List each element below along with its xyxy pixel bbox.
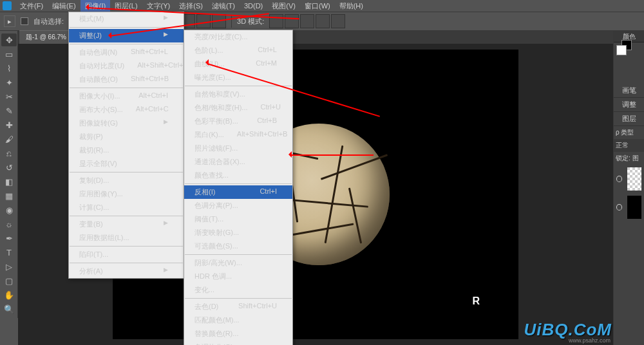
rgb-badge: R	[468, 294, 484, 308]
mode3d-icon[interactable]	[316, 14, 330, 28]
menu-item-calculations[interactable]: 计算(C)...	[69, 201, 184, 214]
mode3d-icon[interactable]	[300, 14, 314, 28]
eraser-tool[interactable]: ◧	[1, 175, 17, 188]
move-tool[interactable]: ✥	[1, 33, 17, 46]
pen-tool[interactable]: ✒	[1, 232, 17, 245]
annotation-arrow-icon	[82, 4, 89, 10]
annotation-arrow-icon	[105, 32, 111, 39]
menu-item-bw[interactable]: 黑白(K)...Alt+Shift+Ctrl+B	[184, 128, 292, 142]
menu-item-hdr[interactable]: HDR 色调...	[184, 270, 292, 283]
menu-item-channel-mixer[interactable]: 通道混合器(X)...	[184, 155, 292, 169]
menu-item-color-balance[interactable]: 色彩平衡(B)...Ctrl+B	[184, 115, 292, 128]
path-tool[interactable]: ▷	[1, 260, 17, 273]
menu-item-equalize[interactable]: 色调均化(Q)	[184, 340, 292, 345]
menu-item-trim[interactable]: 裁切(R)...	[69, 144, 184, 157]
menu-item-replace-color[interactable]: 替换颜色(R)...	[184, 327, 292, 340]
watermark-sub: www.psahz.com	[569, 337, 611, 344]
menu-edit[interactable]: 编辑(E)	[48, 0, 80, 12]
menu-item-threshold[interactable]: 阈值(T)...	[184, 212, 292, 226]
panel-tab-brush[interactable]: 画笔	[614, 84, 644, 98]
menu-item-canvas-size[interactable]: 画布大小(S)...Alt+Ctrl+C	[69, 103, 184, 117]
menu-item-adjustments[interactable]: 调整(J)▶	[69, 29, 184, 42]
shape-tool[interactable]: ▢	[1, 274, 17, 287]
layer-thumbnail[interactable]	[627, 167, 641, 191]
menu-item-shadows[interactable]: 阴影/高光(W)...	[184, 256, 292, 270]
auto-select-checkbox[interactable]	[21, 17, 28, 25]
menu-item-analysis[interactable]: 分析(A)▶	[69, 265, 184, 278]
menu-item-crop: 裁剪(P)	[69, 130, 184, 144]
menu-item-photo-filter[interactable]: 照片滤镜(F)...	[184, 142, 292, 155]
menu-help[interactable]: 帮助(H)	[335, 0, 368, 12]
color-swatch[interactable]	[614, 42, 644, 58]
annotation-arrow-icon	[285, 151, 292, 158]
annotation-line	[290, 154, 374, 156]
panel-tab-layers[interactable]: 图层	[614, 112, 644, 126]
blur-tool[interactable]: ◉	[1, 203, 17, 216]
mode3d-group	[269, 14, 345, 28]
menu-item-desaturate[interactable]: 去色(D)Shift+Ctrl+U	[184, 300, 292, 313]
move-tool-indicator[interactable]: ▸	[4, 15, 15, 27]
menu-item-gradient-map[interactable]: 渐变映射(G)...	[184, 226, 292, 239]
menu-item-vibrance[interactable]: 自然饱和度(V)...	[184, 88, 292, 101]
menu-filter[interactable]: 滤镜(T)	[207, 0, 240, 12]
history-brush-tool[interactable]: ↺	[1, 161, 17, 174]
menu-item-trap: 陷印(T)...	[69, 248, 184, 261]
menu-3d[interactable]: 3D(D)	[240, 1, 267, 11]
lasso-tool[interactable]: ⌇	[1, 62, 17, 75]
mode3d-icon[interactable]	[331, 14, 345, 28]
lock-label: 锁定: 图	[614, 152, 644, 165]
menu-item-brightness[interactable]: 亮度/对比度(C)...	[184, 30, 292, 44]
menu-item-apply-dataset: 应用数据组(L)...	[69, 231, 184, 245]
menu-item-auto-contrast[interactable]: 自动对比度(U)Alt+Shift+Ctrl+L	[69, 59, 184, 73]
crop-tool[interactable]: ✂	[1, 90, 17, 103]
auto-select-label: 自动选择:	[33, 17, 64, 26]
separator	[231, 15, 232, 28]
marquee-tool[interactable]: ▭	[1, 48, 17, 61]
menu-item-apply-image[interactable]: 应用图像(Y)...	[69, 187, 184, 201]
dodge-tool[interactable]: ☼	[1, 218, 17, 230]
wand-tool[interactable]: ✦	[1, 76, 17, 89]
zoom-tool[interactable]: 🔍	[1, 303, 17, 315]
eyedropper-tool[interactable]: ✎	[1, 104, 17, 117]
visibility-icon[interactable]	[616, 204, 622, 210]
menu-window[interactable]: 窗口(W)	[300, 0, 335, 12]
menu-file[interactable]: 文件(F)	[15, 0, 48, 12]
right-panel: 颜色 画笔 调整 图层 ρ 类型 正常 锁定: 图	[613, 31, 644, 345]
menu-item-curves[interactable]: 曲线(U)...Ctrl+M	[184, 57, 292, 71]
menu-item-auto-tone[interactable]: 自动色调(N)Shift+Ctrl+L	[69, 46, 184, 59]
toolbox: ✥ ▭ ⌇ ✦ ✂ ✎ ✚ 🖌 ⎌ ↺ ◧ ▦ ◉ ☼ ✒ T ▷ ▢ ✋ 🔍	[0, 31, 18, 318]
type-tool[interactable]: T	[1, 246, 17, 259]
menu-item-posterize[interactable]: 色调分离(P)...	[184, 199, 292, 212]
stamp-tool[interactable]: ⎌	[1, 147, 17, 160]
menu-select[interactable]: 选择(S)	[175, 0, 207, 12]
menu-item-hue[interactable]: 色相/饱和度(H)...Ctrl+U	[184, 101, 292, 115]
menu-item-invert[interactable]: 反相(I)Ctrl+I	[184, 185, 292, 199]
layer-kind[interactable]: ρ 类型	[614, 126, 644, 139]
menu-item-reveal-all[interactable]: 显示全部(V)	[69, 157, 184, 171]
menu-item-color-lookup[interactable]: 颜色查找...	[184, 169, 292, 182]
menu-item-mode[interactable]: 模式(M)▶	[69, 12, 184, 26]
menu-view[interactable]: 视图(V)	[267, 0, 300, 12]
layer-thumbnail[interactable]	[627, 196, 641, 219]
menu-item-image-size[interactable]: 图像大小(I)...Alt+Ctrl+I	[69, 89, 184, 103]
visibility-icon[interactable]	[616, 176, 622, 182]
menu-item-match-color[interactable]: 匹配颜色(M)...	[184, 313, 292, 327]
menu-item-variations: 变化...	[184, 283, 292, 297]
menu-item-selective-color[interactable]: 可选颜色(S)...	[184, 239, 292, 253]
gradient-tool[interactable]: ▦	[1, 189, 17, 202]
menu-item-image-rotation[interactable]: 图像旋转(G)▶	[69, 117, 184, 130]
blend-mode-select[interactable]: 正常	[614, 139, 644, 152]
brush-tool[interactable]: 🖌	[1, 133, 17, 145]
menu-item-duplicate[interactable]: 复制(D)...	[69, 174, 184, 187]
menu-item-auto-color[interactable]: 自动颜色(O)Shift+Ctrl+B	[69, 73, 184, 86]
adjustments-submenu: 亮度/对比度(C)... 色阶(L)...Ctrl+L 曲线(U)...Ctrl…	[184, 30, 293, 345]
hand-tool[interactable]: ✋	[1, 288, 17, 301]
panel-tabs: 画笔 调整 图层	[614, 84, 644, 126]
menu-item-levels[interactable]: 色阶(L)...Ctrl+L	[184, 44, 292, 57]
foreground-color[interactable]	[616, 45, 627, 55]
arrange-group	[181, 14, 226, 28]
mode3d-icon[interactable]	[285, 14, 299, 28]
panel-tab-adjust[interactable]: 调整	[614, 98, 644, 112]
heal-tool[interactable]: ✚	[1, 118, 17, 131]
menu-item-variables[interactable]: 变量(B)▶	[69, 218, 184, 231]
